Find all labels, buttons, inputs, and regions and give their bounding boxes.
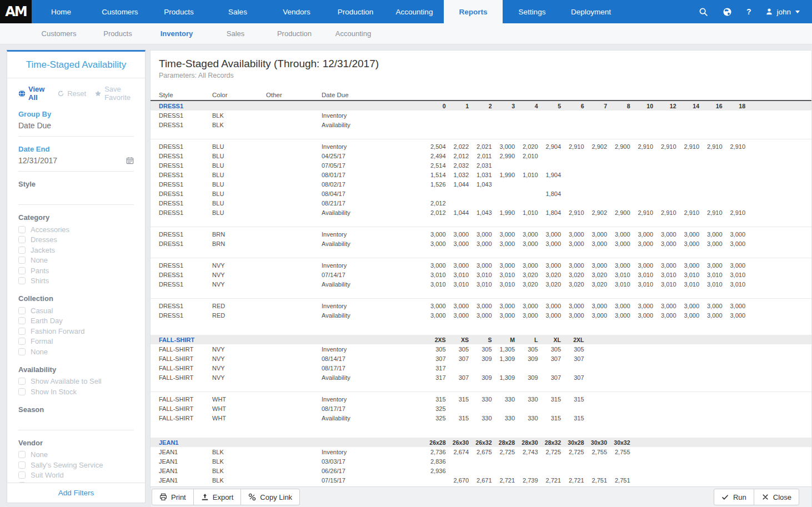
subnav-item-products[interactable]: Products <box>88 29 147 38</box>
checkbox[interactable] <box>18 236 26 243</box>
date-due-cell: Inventory <box>322 303 425 309</box>
qty-cell: 3,020 <box>541 272 564 278</box>
subnav-item-customers[interactable]: Customers <box>29 29 88 38</box>
filter-checkbox-item[interactable]: None <box>18 255 134 266</box>
qty-cell: 2,020 <box>518 143 541 150</box>
style-input[interactable] <box>18 188 134 205</box>
group-style-link[interactable]: DRESS1 <box>159 103 425 109</box>
filter-checkbox-item[interactable]: None <box>18 450 134 460</box>
filter-checkbox-item[interactable]: Show Available to Sell <box>18 377 134 387</box>
filter-checkbox-item[interactable]: Casual <box>18 305 134 316</box>
separator-line <box>151 248 811 258</box>
view-all-link[interactable]: View All <box>18 85 48 102</box>
style-cell: DRESS1 <box>159 122 212 128</box>
block-separator <box>151 289 811 301</box>
group-style-link[interactable]: JEAN1 <box>159 439 425 446</box>
subnav-item-inventory[interactable]: Inventory <box>147 29 206 38</box>
add-filters-link[interactable]: Add Filters <box>7 483 145 503</box>
qty-cell: 3,010 <box>656 272 679 278</box>
checkbox[interactable] <box>18 328 26 335</box>
qty-cell: 3,010 <box>725 281 749 288</box>
checkbox[interactable] <box>18 378 26 385</box>
date-end-field[interactable]: 12/31/2017 <box>18 156 134 172</box>
filter-item-label: Formal <box>31 337 53 345</box>
nav-item-settings[interactable]: Settings <box>503 0 562 23</box>
filter-checkbox-item[interactable]: None <box>18 347 134 357</box>
filter-checkbox-item[interactable]: Formal <box>18 337 134 347</box>
subnav-item-accounting[interactable]: Accounting <box>324 29 383 38</box>
checkbox[interactable] <box>18 307 26 314</box>
group-style-link[interactable]: FALL-SHIRT <box>159 337 425 343</box>
qty-cell: 2,904 <box>541 143 564 150</box>
style-label: Style <box>18 180 134 188</box>
checkbox[interactable] <box>18 461 26 469</box>
filter-checkbox-item[interactable]: Shirts <box>18 276 134 287</box>
date-due-cell: Inventory <box>322 449 425 455</box>
qty-cell: 2,990 <box>495 153 518 159</box>
qty-cell: 2,012 <box>425 209 449 216</box>
checkbox[interactable] <box>18 348 26 355</box>
filter-checkbox-item[interactable]: Accessories <box>18 224 134 235</box>
season-input[interactable] <box>18 414 134 430</box>
nav-item-customers[interactable]: Customers <box>91 0 149 23</box>
checkbox[interactable] <box>18 257 26 264</box>
nav-item-vendors[interactable]: Vendors <box>267 0 326 23</box>
qty-cell: 2,721 <box>564 477 587 484</box>
save-favorite-link[interactable]: Save Favorite <box>94 85 138 102</box>
nav-item-reports[interactable]: Reports <box>444 0 503 23</box>
checkbox[interactable] <box>18 338 26 345</box>
nav-item-deployment[interactable]: Deployment <box>562 0 620 23</box>
filter-checkbox-item[interactable]: Suit World <box>18 470 134 481</box>
search-icon[interactable] <box>699 7 708 17</box>
run-button[interactable]: Run <box>714 489 754 505</box>
nav-item-sales[interactable]: Sales <box>208 0 267 23</box>
checkbox[interactable] <box>18 471 26 479</box>
qty-cell: 3,000 <box>449 303 472 309</box>
table-row: FALL-SHIRTNVY08/14/173073073091,30930930… <box>151 354 811 363</box>
filter-checkbox-item[interactable]: Fashion Forward <box>18 326 134 337</box>
filter-checkbox-item[interactable]: Sally's Sewing Service <box>18 460 134 470</box>
qty-cell: 3,000 <box>633 231 656 238</box>
size-header: 2XS <box>425 337 449 343</box>
help-icon[interactable]: ? <box>746 7 751 16</box>
subnav-item-sales[interactable]: Sales <box>206 29 265 38</box>
user-menu[interactable]: john <box>765 8 800 16</box>
filter-checkbox-item[interactable]: Jackets <box>18 245 134 255</box>
export-button[interactable]: Export <box>193 489 242 505</box>
filter-checkbox-item[interactable]: Show In Stock <box>18 386 134 397</box>
app-logo[interactable]: AM <box>0 0 32 23</box>
filter-checkbox-item[interactable]: Pants <box>18 265 134 276</box>
calendar-icon[interactable] <box>126 157 134 164</box>
checkbox[interactable] <box>18 388 26 395</box>
nav-item-products[interactable]: Products <box>149 0 208 23</box>
nav-item-home[interactable]: Home <box>32 0 91 23</box>
checkbox[interactable] <box>18 226 26 233</box>
qty-cell: 1,043 <box>472 209 495 216</box>
style-cell: DRESS1 <box>159 272 212 278</box>
subnav-item-production[interactable]: Production <box>265 29 324 38</box>
qty-cell: 2,021 <box>472 143 495 150</box>
filter-checkbox-item[interactable]: Dresses <box>18 235 134 245</box>
print-button[interactable]: Print <box>152 489 194 505</box>
table-row: DRESS1NVYAvailability3,0103,0103,0103,01… <box>151 279 811 289</box>
nav-item-production[interactable]: Production <box>326 0 385 23</box>
copy-link-button[interactable]: Copy Link <box>240 489 300 505</box>
reset-link[interactable]: Reset <box>57 89 86 98</box>
season-section: Season <box>18 405 134 430</box>
qty-cell: 3,010 <box>495 272 518 278</box>
separator-line <box>151 382 811 392</box>
checkbox[interactable] <box>18 317 26 324</box>
checkbox[interactable] <box>18 247 26 254</box>
reset-label: Reset <box>67 89 86 98</box>
nav-item-accounting[interactable]: Accounting <box>385 0 444 23</box>
group-by-select[interactable]: Date Due <box>18 121 134 137</box>
checkbox[interactable] <box>18 451 26 458</box>
filter-checkbox-item[interactable]: Earth Day <box>18 316 134 327</box>
checkbox[interactable] <box>18 267 26 274</box>
close-button[interactable]: Close <box>754 489 799 505</box>
table-row: DRESS1BLU08/02/171,5261,0441,043 <box>151 179 811 189</box>
size-header: 8 <box>610 103 633 109</box>
globe-icon[interactable] <box>723 7 732 17</box>
qty-cell: 3,000 <box>495 231 518 238</box>
checkbox[interactable] <box>18 277 26 284</box>
